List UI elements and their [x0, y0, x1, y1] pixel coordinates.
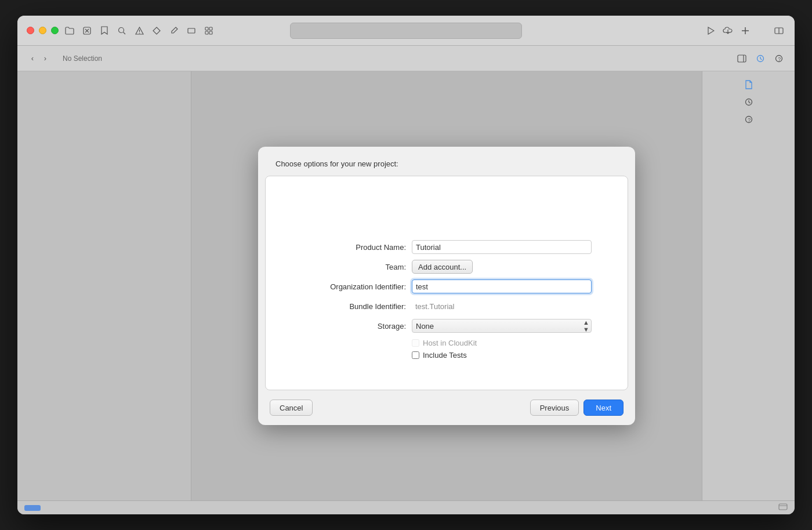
footer-left: Cancel	[270, 400, 313, 416]
team-row: Team: Add account...	[302, 260, 592, 274]
dialog-header: Choose options for your new project:	[258, 147, 635, 169]
status-right-icon[interactable]	[778, 503, 788, 513]
product-name-input[interactable]	[412, 240, 592, 254]
minimize-button[interactable]	[39, 27, 46, 34]
close-tab-icon[interactable]	[81, 24, 93, 37]
previous-button[interactable]: Previous	[530, 400, 579, 416]
grid-icon[interactable]	[202, 24, 215, 37]
editor-area: No Selection Choose options for your new…	[191, 71, 702, 500]
include-tests-row: Include Tests	[412, 351, 592, 360]
svg-line-4	[124, 32, 126, 34]
toolbar: ‹ › No Selection ?	[17, 46, 795, 71]
inspector-file-icon[interactable]	[742, 78, 755, 91]
svg-rect-10	[205, 31, 208, 34]
diamond-icon[interactable]	[150, 24, 163, 37]
inspector-clock-icon[interactable]	[742, 96, 755, 108]
storage-label: Storage:	[302, 322, 412, 331]
footer-right: Previous Next	[530, 400, 624, 416]
toolbar-right: ?	[735, 52, 785, 65]
sidebar	[17, 71, 191, 500]
svg-marker-12	[708, 27, 714, 34]
inspector-panel: ?	[702, 71, 795, 500]
traffic-lights	[27, 27, 59, 34]
cloud-icon[interactable]	[722, 24, 734, 37]
bundle-identifier-value: test.Tutorial	[412, 299, 592, 313]
inspector-panel-icon[interactable]	[735, 52, 748, 65]
host-cloudkit-checkbox[interactable]	[412, 339, 419, 347]
storage-select[interactable]: None Core Data SwiftData	[412, 319, 592, 333]
status-indicator	[24, 505, 41, 511]
inspector-help-icon[interactable]: ?	[742, 113, 755, 126]
storage-select-wrapper: None Core Data SwiftData ▲ ▼	[412, 319, 592, 333]
svg-text:?: ?	[778, 56, 781, 62]
search-bar[interactable]	[290, 23, 522, 39]
square-split-icon[interactable]	[773, 24, 785, 37]
run-icon[interactable]	[704, 24, 717, 37]
svg-text:?: ?	[748, 117, 751, 123]
add-account-button[interactable]: Add account...	[412, 260, 473, 274]
dialog-body: Product Name: Team: Add account...	[265, 176, 628, 390]
svg-line-22	[760, 59, 762, 60]
bundle-identifier-label: Bundle Identifier:	[302, 302, 412, 311]
dialog-footer: Cancel Previous Next	[258, 390, 635, 425]
nav-arrows: ‹ ›	[27, 53, 51, 64]
storage-control: None Core Data SwiftData ▲ ▼	[412, 319, 592, 333]
dialog: Choose options for your new project: Pro…	[258, 147, 635, 425]
close-button[interactable]	[27, 27, 34, 34]
help-icon[interactable]: ?	[773, 52, 785, 65]
warning-icon[interactable]	[133, 24, 146, 37]
product-name-row: Product Name:	[302, 240, 592, 254]
svg-point-3	[119, 27, 124, 32]
bundle-identifier-row: Bundle Identifier: test.Tutorial	[302, 299, 592, 313]
search-icon[interactable]	[115, 24, 128, 37]
maximize-button[interactable]	[51, 27, 59, 34]
bookmark-icon[interactable]	[98, 24, 111, 37]
svg-point-6	[139, 32, 140, 34]
forward-arrow[interactable]: ›	[39, 53, 51, 64]
cancel-button[interactable]: Cancel	[270, 400, 313, 416]
folder-icon[interactable]	[63, 24, 76, 37]
org-identifier-control	[412, 279, 592, 293]
org-identifier-input[interactable]	[412, 279, 592, 293]
include-tests-label: Include Tests	[423, 351, 467, 360]
team-label: Team:	[302, 263, 412, 271]
storage-row: Storage: None Core Data SwiftData	[302, 319, 592, 333]
svg-line-27	[749, 102, 751, 103]
back-arrow[interactable]: ‹	[27, 53, 38, 64]
titlebar	[17, 16, 795, 46]
bundle-identifier-control: test.Tutorial	[412, 299, 592, 313]
modal-overlay: Choose options for your new project: Pro…	[191, 71, 702, 500]
brush-icon[interactable]	[168, 24, 180, 37]
statusbar	[17, 500, 795, 514]
product-name-label: Product Name:	[302, 243, 412, 252]
form-area: Product Name: Team: Add account...	[302, 194, 592, 363]
svg-rect-7	[188, 28, 195, 33]
no-selection-text: No Selection	[63, 55, 102, 63]
team-control: Add account...	[412, 260, 592, 274]
host-cloudkit-row: Host in CloudKit	[412, 339, 592, 347]
org-identifier-row: Organization Identifier:	[302, 279, 592, 293]
svg-rect-11	[209, 31, 212, 34]
svg-rect-30	[779, 504, 787, 510]
dialog-title: Choose options for your new project:	[276, 159, 398, 168]
product-name-control	[412, 240, 592, 254]
host-cloudkit-label: Host in CloudKit	[423, 339, 477, 347]
include-tests-checkbox[interactable]	[412, 351, 419, 359]
rect-icon[interactable]	[185, 24, 198, 37]
next-button[interactable]: Next	[583, 400, 624, 416]
plus-icon[interactable]	[739, 24, 752, 37]
main-content: No Selection Choose options for your new…	[17, 71, 795, 500]
svg-rect-9	[209, 27, 212, 30]
svg-rect-8	[205, 27, 208, 30]
clock-icon[interactable]	[754, 52, 767, 65]
svg-rect-18	[738, 55, 746, 62]
org-identifier-label: Organization Identifier:	[302, 282, 412, 291]
xcode-window: ‹ › No Selection ?	[17, 16, 795, 514]
